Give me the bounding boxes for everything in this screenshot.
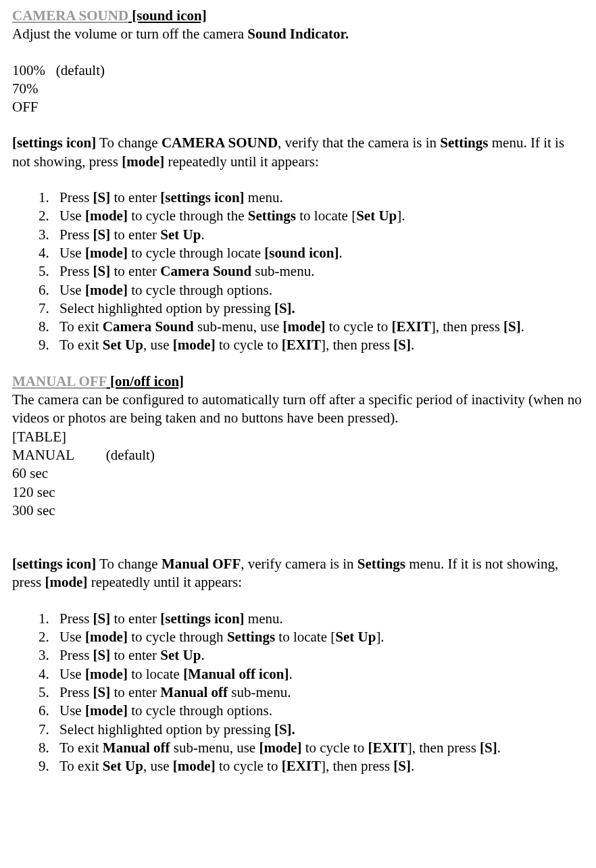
step-item: Press [S] to enter Set Up. <box>53 646 584 665</box>
settings-icon: [settings icon] <box>12 135 96 151</box>
step-item: Press [S] to enter [settings icon] menu. <box>53 189 584 207</box>
step-item: Press [S] to enter [settings icon] menu. <box>53 610 584 628</box>
steps-list: Press [S] to enter [settings icon] menu.… <box>36 189 584 355</box>
section-title: MANUAL OFF <box>12 373 107 389</box>
step-item: Select highlighted option by pressing [S… <box>53 299 584 318</box>
step-item: Use [mode] to cycle through options. <box>53 281 584 299</box>
instruction-intro: [settings icon] To change CAMERA SOUND, … <box>12 134 584 171</box>
step-item: To exit Camera Sound sub-menu, use [mode… <box>53 318 584 336</box>
section-description: The camera can be configured to automati… <box>12 391 584 428</box>
section-manual-off: MANUAL OFF [on/off icon] The camera can … <box>12 372 584 776</box>
option-row: MANUAL (default) <box>12 446 584 464</box>
option-row: 300 sec <box>12 502 584 520</box>
option-row: 60 sec <box>12 464 584 483</box>
option-row: 70% <box>12 80 584 98</box>
options-list: 100% (default)70%OFF <box>12 62 584 117</box>
steps-list: Press [S] to enter [settings icon] menu.… <box>36 610 584 776</box>
step-item: Select highlighted option by pressing [S… <box>53 721 584 739</box>
section-title: CAMERA SOUND <box>12 7 128 24</box>
section-heading: MANUAL OFF [on/off icon] <box>12 372 584 391</box>
step-item: Use [mode] to cycle through locate [soun… <box>53 244 584 262</box>
step-item: Press [S] to enter Manual off sub-menu. <box>53 683 584 702</box>
step-item: Use [mode] to cycle through options. <box>53 702 584 720</box>
power-icon: [on/off icon] <box>107 373 184 389</box>
step-item: Press [S] to enter Set Up. <box>53 226 584 244</box>
sound-icon: [sound icon] <box>128 7 207 24</box>
section-description: Adjust the volume or turn off the camera… <box>12 25 584 43</box>
step-item: Use [mode] to cycle through Settings to … <box>53 628 584 646</box>
step-item: Use [mode] to cycle through the Settings… <box>53 207 584 225</box>
table-placeholder: [TABLE] <box>12 428 584 446</box>
step-item: Press [S] to enter Camera Sound sub-menu… <box>53 262 584 281</box>
option-row: 120 sec <box>12 483 584 502</box>
step-item: To exit Set Up, use [mode] to cycle to [… <box>53 757 584 775</box>
instruction-intro: [settings icon] To change Manual OFF, ve… <box>12 555 584 592</box>
step-item: To exit Manual off sub-menu, use [mode] … <box>53 739 584 757</box>
step-item: Use [mode] to locate [Manual off icon]. <box>53 665 584 683</box>
option-row: OFF <box>12 98 584 116</box>
step-item: To exit Set Up, use [mode] to cycle to [… <box>53 336 584 354</box>
section-camera-sound: CAMERA SOUND [sound icon] Adjust the vol… <box>12 7 584 355</box>
option-row: 100% (default) <box>12 62 584 80</box>
section-heading: CAMERA SOUND [sound icon] <box>12 7 584 25</box>
options-list: MANUAL (default)60 sec120 sec300 sec <box>12 446 584 520</box>
settings-icon: [settings icon] <box>12 556 96 572</box>
